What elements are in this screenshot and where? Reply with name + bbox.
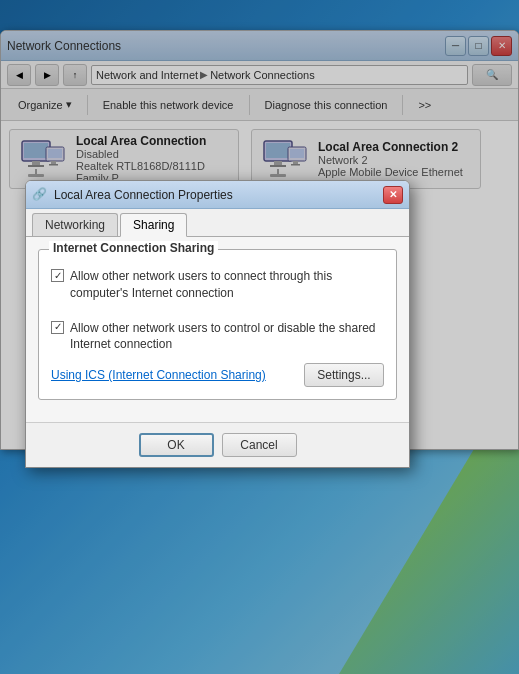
properties-dialog: 🔗 Local Area Connection Properties ✕ Net… xyxy=(25,180,410,468)
dialog-title-icon: 🔗 xyxy=(32,187,48,203)
tab-sharing-label: Sharing xyxy=(133,218,174,232)
dialog-footer: OK Cancel xyxy=(26,422,409,467)
settings-row: Using ICS (Internet Connection Sharing) … xyxy=(51,363,384,387)
checkbox-label-1: Allow other network users to connect thr… xyxy=(70,268,384,302)
checkbox-2[interactable] xyxy=(51,321,64,334)
group-label: Internet Connection Sharing xyxy=(49,241,218,255)
dialog-close-icon: ✕ xyxy=(389,189,397,200)
dialog-title-bar: 🔗 Local Area Connection Properties ✕ xyxy=(26,181,409,209)
checkbox-label-2: Allow other network users to control or … xyxy=(70,320,384,354)
settings-button[interactable]: Settings... xyxy=(304,363,384,387)
ics-link[interactable]: Using ICS (Internet Connection Sharing) xyxy=(51,368,266,382)
ok-button[interactable]: OK xyxy=(139,433,214,457)
dialog-close-button[interactable]: ✕ xyxy=(383,186,403,204)
dialog-content: Internet Connection Sharing Allow other … xyxy=(26,237,409,422)
tabs-bar: Networking Sharing xyxy=(26,209,409,237)
desktop: Network Connections ─ □ ✕ ◀ ▶ xyxy=(0,0,519,674)
checkbox-row-1: Allow other network users to connect thr… xyxy=(51,268,384,302)
checkbox-row-2: Allow other network users to control or … xyxy=(51,320,384,354)
dialog-title-text: Local Area Connection Properties xyxy=(54,188,377,202)
ics-group-box: Internet Connection Sharing Allow other … xyxy=(38,249,397,400)
checkbox-1[interactable] xyxy=(51,269,64,282)
tab-networking[interactable]: Networking xyxy=(32,213,118,236)
cancel-button[interactable]: Cancel xyxy=(222,433,297,457)
tab-sharing[interactable]: Sharing xyxy=(120,213,187,237)
tab-networking-label: Networking xyxy=(45,218,105,232)
